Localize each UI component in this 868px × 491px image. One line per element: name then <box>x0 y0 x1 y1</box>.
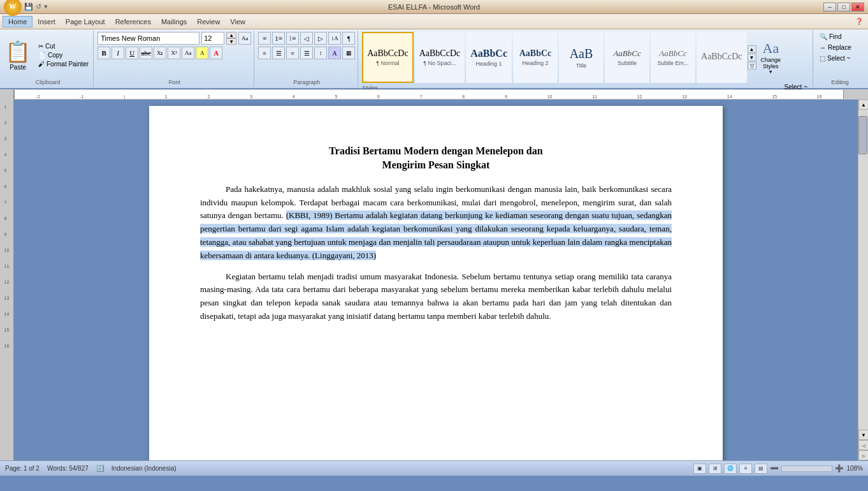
subscript-button[interactable]: X₂ <box>154 47 166 59</box>
scroll-up-button[interactable]: ▲ <box>858 99 868 110</box>
styles-scroll-down[interactable]: ▼ <box>748 54 756 61</box>
scroll-page-down[interactable]: ▷ <box>858 450 868 460</box>
select-all-button[interactable]: ⬚ Select ~ <box>817 54 853 63</box>
zoom-in-button[interactable]: ➕ <box>835 464 844 473</box>
scroll-thumb[interactable] <box>858 116 867 154</box>
style-heading2[interactable]: AaBbCc Heading 2 <box>513 32 558 83</box>
replace-button[interactable]: ↔ Replace <box>817 43 854 52</box>
zoom-out-button[interactable]: ➖ <box>770 464 779 473</box>
title-bar: W 💾 ↺ ▾ ESAI ELLFA - Microsoft Word – □ … <box>0 0 868 14</box>
title-bar-left: W 💾 ↺ ▾ <box>4 0 48 16</box>
text-effect-button[interactable]: Aa <box>182 47 194 59</box>
italic-button[interactable]: I <box>112 47 124 59</box>
find-icon: 🔍 <box>820 33 827 40</box>
styles-gallery: AaBbCcDc ¶ Normal AaBbCcDc ¶ No Spaci...… <box>362 32 746 83</box>
font-size-increase[interactable]: ▲ <box>226 32 236 38</box>
full-screen-button[interactable]: ⊞ <box>709 464 721 474</box>
style-heading1[interactable]: AaBbCc Heading 1 <box>466 32 512 83</box>
menu-mailings[interactable]: Mailings <box>156 17 192 27</box>
menu-home[interactable]: Home <box>3 16 33 27</box>
style-more[interactable]: AaBbCcDc <box>697 32 747 83</box>
close-button[interactable]: ✕ <box>851 3 864 11</box>
numbering-button[interactable]: 1≡ <box>272 32 285 45</box>
language-indicator: 🔠 <box>96 465 104 472</box>
zoom-level: 108% <box>846 465 863 472</box>
style-subtle-em[interactable]: AaBbCc Subtle Em... <box>651 32 695 83</box>
superscript-button[interactable]: X² <box>168 47 180 59</box>
align-justify[interactable]: ☰ <box>300 47 313 59</box>
bold-button[interactable]: B <box>98 47 110 59</box>
cut-icon: ✂ <box>38 43 43 50</box>
language-label: Indonesian (Indonesia) <box>112 465 177 472</box>
change-styles-label: ChangeStyles <box>761 57 781 70</box>
strikethrough-button[interactable]: abc <box>140 47 152 59</box>
decrease-indent[interactable]: ◁ <box>300 32 313 45</box>
style-no-spacing[interactable]: AaBbCcDc ¶ No Spaci... <box>415 32 465 83</box>
style-title-label: Title <box>576 62 587 69</box>
align-center[interactable]: ☰ <box>272 47 285 59</box>
ribbon-group-editing: 🔍 Find ↔ Replace ⬚ Select ~ Editing <box>814 31 865 87</box>
highlight-button[interactable]: A <box>196 47 208 59</box>
page-indicator: Page: 1 of 2 <box>5 465 40 472</box>
sort-button[interactable]: ↕A <box>328 32 341 45</box>
menu-review[interactable]: Review <box>192 17 225 27</box>
document-area: Tradisi Bertamu Modern dengan Menelepon … <box>14 99 858 460</box>
borders-button[interactable]: ▦ <box>342 47 355 59</box>
style-normal-preview: AaBbCcDc <box>367 48 409 59</box>
scroll-down-button[interactable]: ▼ <box>858 430 868 440</box>
style-more-preview: AaBbCcDc <box>701 52 742 62</box>
ruler-corner <box>0 89 14 99</box>
find-button[interactable]: 🔍 Find <box>817 32 844 41</box>
paragraph-1[interactable]: Pada hakekatnya, manusia adalah makhluk … <box>200 183 672 263</box>
line-spacing[interactable]: ↕ <box>314 47 327 59</box>
align-left[interactable]: ≡ <box>258 47 271 59</box>
restore-button[interactable]: □ <box>837 3 850 11</box>
style-title[interactable]: AaB Title <box>559 32 604 83</box>
style-subtitle-label: Subtitle <box>618 60 637 66</box>
document[interactable]: Tradisi Bertamu Modern dengan Menelepon … <box>149 106 723 460</box>
paste-button[interactable]: 📋 Paste <box>5 38 31 72</box>
menu-page-layout[interactable]: Page Layout <box>61 17 110 27</box>
style-normal[interactable]: AaBbCcDc ¶ Normal <box>362 32 414 83</box>
increase-indent[interactable]: ▷ <box>314 32 327 45</box>
underline-button[interactable]: U <box>126 47 138 59</box>
bullets-button[interactable]: ≡ <box>258 32 271 45</box>
change-styles-button[interactable]: Aa ChangeStyles ▼ <box>760 39 783 76</box>
menu-view[interactable]: View <box>225 17 250 27</box>
paragraph-2[interactable]: Kegiatan bertamu telah menjadi tradisi u… <box>200 270 672 323</box>
clipboard-group-label: Clipboard <box>5 79 90 85</box>
draft-button[interactable]: ▤ <box>755 464 767 474</box>
format-painter-button[interactable]: 🖌 Format Painter <box>36 60 90 68</box>
print-layout-button[interactable]: ▣ <box>693 464 706 474</box>
zoom-slider[interactable] <box>781 465 832 472</box>
shading-button[interactable]: A <box>328 47 341 59</box>
vertical-scrollbar[interactable]: ▲ ▼ ◁ ▷ <box>858 99 868 460</box>
style-heading2-preview: AaBbCc <box>519 48 552 59</box>
menu-insert[interactable]: Insert <box>33 17 61 27</box>
scroll-track[interactable] <box>858 110 868 430</box>
clear-format-button[interactable]: Aa <box>238 32 251 45</box>
select-icon: ⬚ <box>820 55 825 62</box>
scroll-page-up[interactable]: ◁ <box>858 440 868 450</box>
minimize-button[interactable]: – <box>823 3 836 11</box>
styles-scroll-up[interactable]: ▲ <box>748 45 756 53</box>
ribbon-group-font: ▲ ▼ Aa B I U abc X₂ X² Aa A A Font <box>95 31 254 87</box>
office-button[interactable]: W <box>4 0 22 16</box>
outline-button[interactable]: ≡ <box>739 464 752 474</box>
font-size-decrease[interactable]: ▼ <box>226 38 236 45</box>
multilevel-button[interactable]: ⁝≡ <box>286 32 299 45</box>
align-right[interactable]: ≡ <box>286 47 299 59</box>
style-subtitle[interactable]: AaBbCc Subtitle <box>605 32 649 83</box>
change-styles-icon: Aa <box>763 40 779 57</box>
font-color-button[interactable]: A <box>210 47 222 59</box>
font-name-input[interactable] <box>98 32 199 45</box>
editing-group-label: Editing <box>817 79 863 85</box>
copy-button[interactable]: 📄 Copy <box>36 51 90 59</box>
menu-references[interactable]: References <box>110 17 156 27</box>
web-layout-button[interactable]: 🌐 <box>724 464 737 474</box>
ribbon-group-styles: AaBbCcDc ¶ Normal AaBbCcDc ¶ No Spaci...… <box>359 31 813 87</box>
font-size-input[interactable] <box>201 32 224 45</box>
cut-button[interactable]: ✂ Cut <box>36 42 90 50</box>
show-marks-button[interactable]: ¶ <box>342 32 355 45</box>
styles-scroll-more[interactable]: ▽ <box>748 62 756 70</box>
